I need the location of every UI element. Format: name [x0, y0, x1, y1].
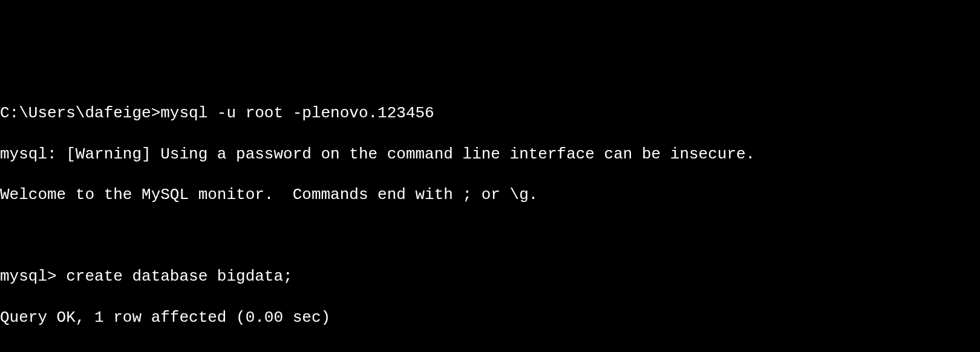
terminal-line: mysql> create database bigdata;: [0, 267, 980, 287]
terminal-line: Query OK, 1 row affected (0.00 sec): [0, 308, 980, 328]
terminal-line: C:\Users\dafeige>mysql -u root -plenovo.…: [0, 103, 980, 124]
terminal-blank-line: [0, 226, 980, 247]
terminal-window[interactable]: C:\Users\dafeige>mysql -u root -plenovo.…: [0, 83, 980, 352]
terminal-blank-line: [0, 349, 980, 352]
terminal-line: Welcome to the MySQL monitor. Commands e…: [0, 185, 980, 206]
terminal-line: mysql: [Warning] Using a password on the…: [0, 145, 980, 165]
